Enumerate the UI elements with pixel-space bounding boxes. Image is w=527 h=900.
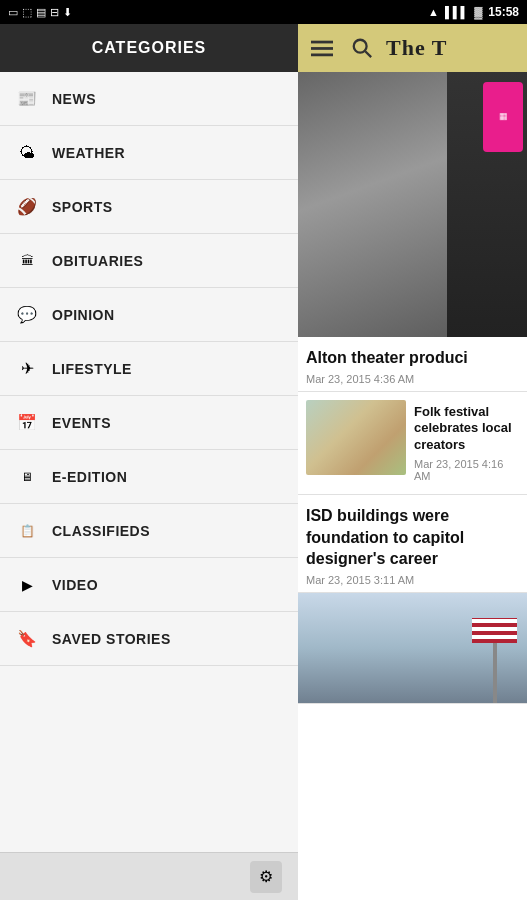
sidebar-item-e-edition[interactable]: 🖥 E-EDITION [0, 450, 298, 504]
sidebar-item-lifestyle[interactable]: ✈ LIFESTYLE [0, 342, 298, 396]
e-edition-label: E-EDITION [52, 469, 127, 485]
battery-icon: ▓ [474, 6, 482, 18]
alton-theater-title: Alton theater produci [306, 347, 519, 369]
categories-title: CATEGORIES [92, 39, 207, 57]
flag-banner [472, 618, 517, 643]
sidebar-item-opinion[interactable]: 💬 OPINION [0, 288, 298, 342]
folk-festival-img [306, 400, 406, 475]
sidebar-item-classifieds[interactable]: 📋 CLASSIFIEDS [0, 504, 298, 558]
sidebar-item-saved-stories[interactable]: 🔖 SAVED STORIES [0, 612, 298, 666]
menu-button[interactable] [306, 32, 338, 64]
svg-rect-2 [311, 54, 333, 57]
news-icon: 📰 [16, 88, 38, 110]
content-panel: The T ▦ Alton theater produci Mar [298, 24, 527, 900]
svg-line-4 [365, 51, 371, 57]
status-bar-left: ▭ ⬚ ▤ ⊟ ⬇ [8, 6, 72, 19]
isd-buildings-date: Mar 23, 2015 3:11 AM [306, 574, 519, 586]
sidebar-item-sports[interactable]: 🏈 SPORTS [0, 180, 298, 234]
alton-theater-date: Mar 23, 2015 4:36 AM [306, 373, 519, 385]
events-icon: 📅 [16, 412, 38, 434]
content-topbar: The T [298, 24, 527, 72]
article-alton-text: Alton theater produci Mar 23, 2015 4:36 … [298, 337, 527, 391]
article-folk-festival[interactable]: Folk festival celebrates local creators … [298, 392, 527, 496]
obituaries-icon: 🏛 [16, 250, 38, 272]
events-label: EVENTS [52, 415, 111, 431]
saved-stories-icon: 🔖 [16, 628, 38, 650]
sidebar-item-events[interactable]: 📅 EVENTS [0, 396, 298, 450]
status-bar: ▭ ⬚ ▤ ⊟ ⬇ ▲ ▌▌▌ ▓ 15:58 [0, 0, 527, 24]
sidebar-item-video[interactable]: ▶ VIDEO [0, 558, 298, 612]
top-image-placeholder: ▦ [298, 72, 527, 337]
sidebar-item-news[interactable]: 📰 NEWS [0, 72, 298, 126]
sidebar-item-obituaries[interactable]: 🏛 OBITUARIES [0, 234, 298, 288]
video-label: VIDEO [52, 577, 98, 593]
search-button[interactable] [346, 32, 378, 64]
video-icon: ▶ [16, 574, 38, 596]
folk-festival-thumb [306, 400, 406, 475]
svg-rect-0 [311, 41, 333, 44]
lifestyle-label: LIFESTYLE [52, 361, 132, 377]
newspaper-title: The T [386, 35, 447, 61]
lifestyle-icon: ✈ [16, 358, 38, 380]
e-edition-icon: 🖥 [16, 466, 38, 488]
download-icon: ⬇ [63, 6, 72, 19]
signal-icon: ▌▌▌ [445, 6, 468, 18]
sports-icon: 🏈 [16, 196, 38, 218]
sidebar-header: CATEGORIES [0, 24, 298, 72]
article-list: ▦ Alton theater produci Mar 23, 2015 4:3… [298, 72, 527, 900]
weather-label: WEATHER [52, 145, 125, 161]
opinion-icon: 💬 [16, 304, 38, 326]
sidebar-nav: 📰 NEWS 🌤 WEATHER 🏈 SPORTS 🏛 OBITUARIES 💬 [0, 72, 298, 852]
top-article-image: ▦ [298, 72, 527, 337]
folk-festival-text: Folk festival celebrates local creators … [414, 400, 519, 487]
sports-label: SPORTS [52, 199, 113, 215]
pink-item: ▦ [483, 82, 523, 152]
svg-point-3 [354, 40, 367, 53]
sidebar: CATEGORIES 📰 NEWS 🌤 WEATHER 🏈 SPORTS 🏛 O… [0, 24, 298, 900]
main-container: CATEGORIES 📰 NEWS 🌤 WEATHER 🏈 SPORTS 🏛 O… [0, 24, 527, 900]
settings-button[interactable]: ⚙ [250, 861, 282, 893]
sidebar-footer: ⚙ [0, 852, 298, 900]
opinion-label: OPINION [52, 307, 115, 323]
news-label: NEWS [52, 91, 96, 107]
screenshot-icon: ⬚ [22, 6, 32, 19]
article-isd-buildings[interactable]: ISD buildings were foundation to capitol… [298, 495, 527, 593]
battery-small-icon: ▤ [36, 6, 46, 19]
folk-festival-title: Folk festival celebrates local creators [414, 404, 519, 455]
weather-icon: 🌤 [16, 142, 38, 164]
isd-buildings-content: ISD buildings were foundation to capitol… [298, 495, 527, 592]
wifi-icon: ▲ [428, 6, 439, 18]
bottom-article-image [298, 593, 527, 703]
article-alton-theater[interactable]: Alton theater produci Mar 23, 2015 4:36 … [298, 337, 527, 392]
folk-festival-date: Mar 23, 2015 4:16 AM [414, 458, 519, 482]
sd-icon: ⊟ [50, 6, 59, 19]
gear-icon: ⚙ [259, 867, 273, 886]
saved-stories-label: SAVED STORIES [52, 631, 171, 647]
isd-buildings-title: ISD buildings were foundation to capitol… [306, 505, 519, 570]
folk-festival-content: Folk festival celebrates local creators … [298, 392, 527, 495]
classifieds-label: CLASSIFIEDS [52, 523, 150, 539]
status-bar-right: ▲ ▌▌▌ ▓ 15:58 [428, 5, 519, 19]
sidebar-item-weather[interactable]: 🌤 WEATHER [0, 126, 298, 180]
article-bottom[interactable] [298, 593, 527, 704]
obituaries-label: OBITUARIES [52, 253, 143, 269]
classifieds-icon: 📋 [16, 520, 38, 542]
screen-icon: ▭ [8, 6, 18, 19]
time-display: 15:58 [488, 5, 519, 19]
svg-rect-1 [311, 47, 333, 50]
